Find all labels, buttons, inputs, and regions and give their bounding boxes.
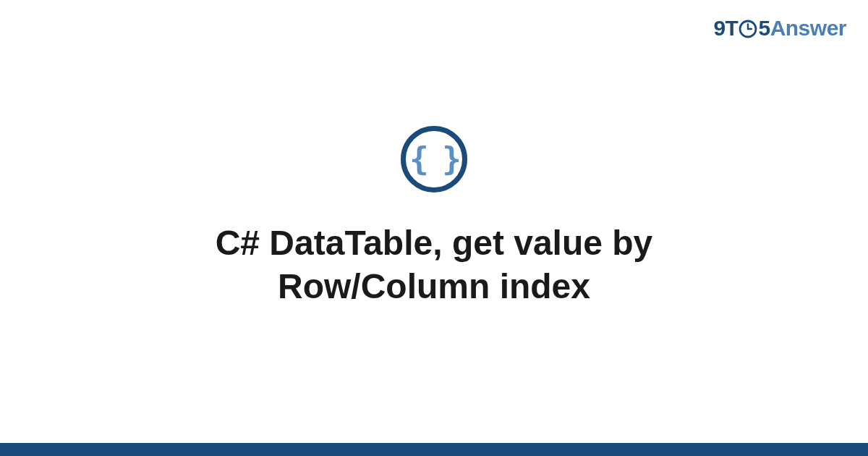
brand-5: 5 [758,16,770,40]
brand-9t: 9T [713,16,738,40]
page-title: C# DataTable, get value by Row/Column in… [109,221,760,308]
main-content: { } C# DataTable, get value by Row/Colum… [0,126,868,308]
clock-icon [739,17,757,42]
code-badge: { } [401,126,467,193]
brand-answer: Answer [770,16,846,40]
site-brand: 9T5Answer [713,16,846,41]
footer-bar [0,443,868,456]
braces-icon: { } [409,143,458,175]
